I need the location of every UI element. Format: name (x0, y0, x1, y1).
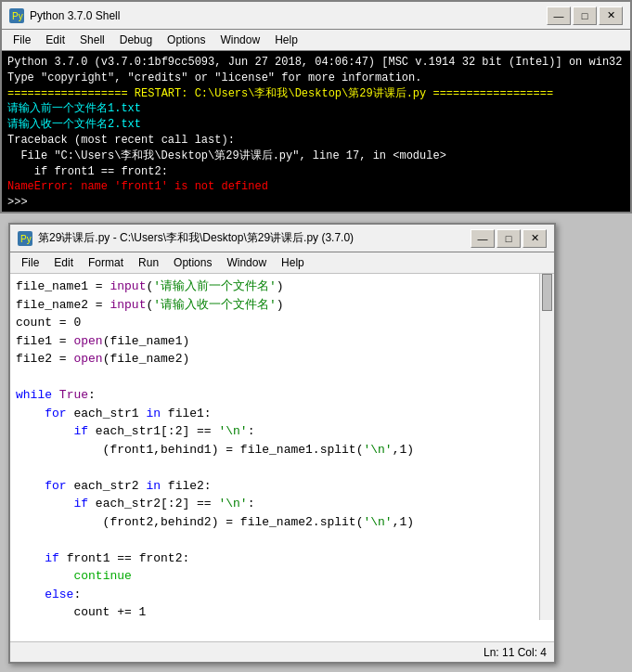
code-line-15 (16, 531, 532, 549)
editor-menu-file[interactable]: File (14, 254, 46, 271)
editor-menubar: File Edit Format Run Options Window Help (10, 252, 554, 274)
editor-statusbar: Ln: 11 Col: 4 (10, 641, 554, 662)
shell-menu-window[interactable]: Window (213, 32, 267, 48)
shell-menu-help[interactable]: Help (267, 32, 305, 48)
editor-menu-run[interactable]: Run (131, 254, 166, 271)
code-line-10: (front1,behind1) = file_name1.split('\n'… (16, 441, 532, 459)
code-line-7: while True: (16, 386, 532, 405)
editor-minimize-button[interactable]: — (471, 229, 495, 248)
svg-text:Py: Py (12, 11, 23, 21)
shell-traceback-file: File "C:\Users\李和我\Desktop\第29讲课后.py", l… (7, 149, 446, 162)
editor-title: 第29讲课后.py - C:\Users\李和我\Desktop\第29讲课后.… (38, 230, 469, 246)
editor-menu-edit[interactable]: Edit (46, 254, 81, 271)
shell-error-line: NameError: name 'front1' is not defined (7, 180, 268, 193)
code-line-13: if each_str2[:2] == '\n': (16, 495, 532, 513)
code-line-6 (16, 368, 532, 387)
editor-close-button[interactable]: ✕ (522, 229, 547, 248)
editor-menu-options[interactable]: Options (166, 254, 219, 271)
code-area[interactable]: file_name1 = input('请输入前一个文件名') file_nam… (16, 278, 548, 640)
python-icon: Py (9, 8, 24, 23)
code-line-19: count += 1 (16, 603, 532, 622)
shell-menu-options[interactable]: Options (160, 32, 213, 48)
editor-status-text: Ln: 11 Col: 4 (484, 646, 547, 659)
shell-traceback-code: if front1 == front2: (7, 165, 168, 178)
code-line-14: (front2,behind2) = file_name2.split('\n'… (16, 513, 532, 532)
code-line-11 (16, 459, 532, 477)
shell-menu-edit[interactable]: Edit (38, 32, 72, 48)
code-line-5: file2 = open(file_name2) (16, 350, 532, 368)
code-line-1: file_name1 = input('请输入前一个文件名') (16, 278, 532, 296)
shell-menubar: File Edit Shell Debug Options Window Hel… (2, 30, 630, 51)
editor-window: Py 第29讲课后.py - C:\Users\李和我\Desktop\第29讲… (8, 223, 556, 664)
editor-scrollbar[interactable] (539, 274, 554, 620)
shell-menu-debug[interactable]: Debug (112, 32, 160, 48)
shell-prompt: >>> (7, 196, 28, 209)
editor-menu-window[interactable]: Window (219, 254, 274, 271)
editor-titlebar: Py 第29讲课后.py - C:\Users\李和我\Desktop\第29讲… (10, 225, 554, 252)
editor-menu-format[interactable]: Format (81, 254, 131, 271)
shell-menu-file[interactable]: File (6, 32, 38, 48)
code-line-21 (16, 640, 532, 640)
shell-input-line-1: 请输入前一个文件名1.txt (7, 102, 141, 115)
code-line-18: else: (16, 586, 532, 604)
svg-text:Py: Py (20, 234, 32, 244)
shell-restart-line: ================== RESTART: C:\Users\李和我… (7, 87, 553, 100)
shell-line-2: Type "copyright", "credits" or "license"… (7, 71, 421, 84)
editor-maximize-button[interactable]: □ (497, 229, 521, 248)
shell-title: Python 3.7.0 Shell (30, 9, 545, 22)
shell-input-line-2: 请输入收一个文件名2.txt (7, 118, 141, 131)
shell-minimize-button[interactable]: — (547, 6, 571, 25)
shell-traceback-header: Traceback (most recent call last): (7, 134, 235, 147)
shell-line-1: Python 3.7.0 (v3.7.0:1bf9cc5093, Jun 27 … (7, 56, 623, 69)
shell-content: Python 3.7.0 (v3.7.0:1bf9cc5093, Jun 27 … (2, 51, 630, 213)
code-line-2: file_name2 = input('请输入收一个文件名') (16, 296, 532, 315)
code-line-17: continue (16, 567, 532, 586)
code-line-20 (16, 622, 532, 640)
code-line-4: file1 = open(file_name1) (16, 332, 532, 351)
code-line-12: for each_str2 in file2: (16, 477, 532, 496)
editor-python-icon: Py (18, 231, 32, 246)
shell-window: Py Python 3.7.0 Shell — □ ✕ File Edit Sh… (0, 0, 632, 213)
editor-menu-help[interactable]: Help (274, 254, 312, 271)
shell-close-button[interactable]: ✕ (599, 6, 623, 25)
code-line-16: if front1 == front2: (16, 549, 532, 568)
code-line-3: count = 0 (16, 314, 532, 332)
shell-titlebar: Py Python 3.7.0 Shell — □ ✕ (2, 2, 630, 30)
editor-content-area[interactable]: file_name1 = input('请输入前一个文件名') file_nam… (10, 274, 554, 640)
code-line-8: for each_str1 in file1: (16, 405, 532, 423)
shell-maximize-button[interactable]: □ (573, 6, 597, 25)
scrollbar-thumb[interactable] (542, 274, 552, 311)
code-line-9: if each_str1[:2] == '\n': (16, 422, 532, 441)
shell-menu-shell[interactable]: Shell (72, 32, 112, 48)
